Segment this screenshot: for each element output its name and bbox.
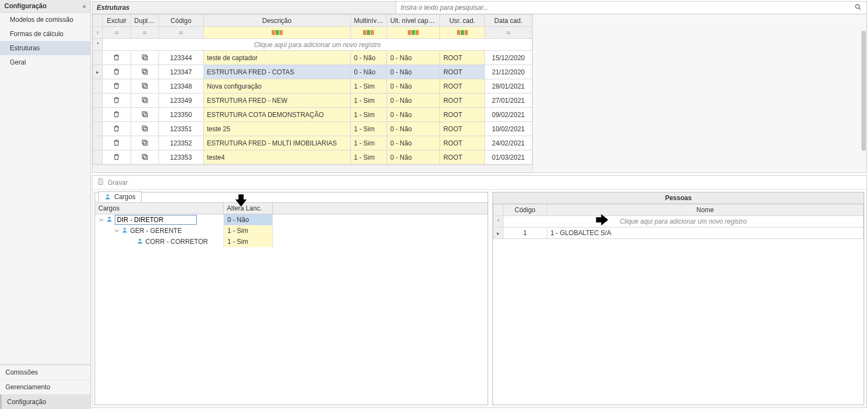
- cell-ultnivel[interactable]: 0 - Não: [387, 65, 440, 79]
- delete-button[interactable]: [103, 51, 131, 65]
- grid-footer-strip: [92, 165, 532, 172]
- pessoas-new-row[interactable]: * Clique aqui para adicionar um novo reg…: [494, 216, 864, 227]
- pessoas-row[interactable]: ▸11 - GLOBALTEC S/A: [494, 227, 864, 239]
- filter-excluir[interactable]: =: [103, 27, 131, 39]
- cell-multiniveis[interactable]: 1 - Sim: [350, 150, 386, 165]
- delete-button[interactable]: [103, 108, 131, 122]
- sidebar-group-gerenciamento[interactable]: Gerenciamento: [0, 379, 90, 394]
- cargo-label-input[interactable]: [115, 215, 197, 225]
- cargos-col-altera[interactable]: Altera Lanc.: [224, 203, 273, 214]
- sidebar-group-comissoes[interactable]: Comissões: [0, 365, 90, 379]
- table-row[interactable]: 123349ESTRUTURA FRED - NEW1 - Sim0 - Não…: [93, 94, 532, 108]
- duplicate-button[interactable]: [131, 65, 159, 79]
- cell-multiniveis[interactable]: 1 - Sim: [350, 79, 386, 94]
- col-datacad[interactable]: Data cad.: [485, 15, 532, 27]
- svg-rect-6: [143, 85, 147, 89]
- search-icon[interactable]: [852, 3, 864, 13]
- cell-ultnivel[interactable]: 0 - Não: [387, 150, 440, 165]
- pessoas-col-codigo[interactable]: Código: [503, 204, 547, 216]
- sidebar-item-estruturas[interactable]: Estruturas: [0, 41, 90, 55]
- cell-descricao[interactable]: ESTRUTURA COTA DEMONSTRAÇÃO: [203, 108, 350, 122]
- delete-button[interactable]: [103, 136, 131, 150]
- cell-descricao[interactable]: ESTRUTURA FRED - MULTI IMOBILIARIAS: [203, 136, 350, 150]
- expand-icon[interactable]: [98, 217, 104, 223]
- gravar-button[interactable]: Gravar: [108, 179, 128, 186]
- filter-usr[interactable]: [440, 27, 485, 39]
- sidebar-item-formas[interactable]: Formas de cálculo: [0, 27, 90, 41]
- filter-codigo[interactable]: =: [159, 27, 203, 39]
- filter-ult[interactable]: [387, 27, 440, 39]
- duplicate-button[interactable]: [131, 122, 159, 136]
- cell-descricao[interactable]: Nova configuração: [203, 79, 350, 94]
- cargos-tab[interactable]: Cargos: [98, 191, 142, 202]
- pessoas-col-nome[interactable]: Nome: [547, 204, 864, 216]
- duplicate-button[interactable]: [131, 51, 159, 65]
- cell-altera-lanc[interactable]: 1 - Sim: [224, 225, 273, 236]
- cell-descricao[interactable]: ESTRUTURA FRED - NEW: [203, 94, 350, 108]
- sidebar-collapse-icon[interactable]: «: [83, 3, 86, 9]
- cell-ultnivel[interactable]: 0 - Não: [387, 79, 440, 94]
- cell-descricao[interactable]: teste4: [203, 150, 350, 165]
- search-input[interactable]: [398, 2, 852, 13]
- cell-multiniveis[interactable]: 1 - Sim: [350, 122, 386, 136]
- delete-button[interactable]: [103, 79, 131, 94]
- cell-ultnivel[interactable]: 0 - Não: [387, 122, 440, 136]
- cell-multiniveis[interactable]: 0 - Não: [350, 65, 386, 79]
- filter-data[interactable]: =: [485, 27, 532, 39]
- cargos-col-cargos[interactable]: Cargos: [95, 203, 224, 214]
- cell-multiniveis[interactable]: 1 - Sim: [350, 136, 386, 150]
- filter-multi[interactable]: [350, 27, 386, 39]
- table-row[interactable]: ▸123347ESTRUTURA FRED - COTAS0 - Não0 - …: [93, 65, 532, 79]
- pessoas-new-row-text: Clique aqui para adicionar um novo regis…: [503, 216, 864, 227]
- cell-ultnivel[interactable]: 0 - Não: [387, 94, 440, 108]
- delete-button[interactable]: [103, 150, 131, 165]
- table-row[interactable]: 123353teste41 - Sim0 - NãoROOT01/03/2021: [93, 150, 532, 165]
- table-row[interactable]: 123350ESTRUTURA COTA DEMONSTRAÇÃO1 - Sim…: [93, 108, 532, 122]
- cell-descricao[interactable]: ESTRUTURA FRED - COTAS: [203, 65, 350, 79]
- delete-button[interactable]: [103, 65, 131, 79]
- col-descricao[interactable]: Descrição: [203, 15, 350, 27]
- table-row[interactable]: 123351teste 251 - Sim0 - NãoROOT10/02/20…: [93, 122, 532, 136]
- cell-multiniveis[interactable]: 1 - Sim: [350, 108, 386, 122]
- svg-rect-10: [143, 113, 147, 117]
- sidebar-group-configuracao[interactable]: Configuração: [0, 394, 90, 409]
- table-row[interactable]: 123344teste de captador0 - Não0 - NãoROO…: [93, 51, 532, 65]
- grid-new-row[interactable]: * Clique aqui para adicionar um novo reg…: [93, 39, 532, 51]
- sidebar-item-geral[interactable]: Geral: [0, 55, 90, 69]
- cell-multiniveis[interactable]: 1 - Sim: [350, 94, 386, 108]
- col-excluir[interactable]: Excluir: [103, 15, 131, 27]
- duplicate-button[interactable]: [131, 136, 159, 150]
- col-duplicar[interactable]: Duplicar: [131, 15, 159, 27]
- col-ultnivel[interactable]: Ult. nível captador: [387, 15, 440, 27]
- cargos-tree-row[interactable]: CORR - CORRETOR1 - Sim: [95, 236, 488, 247]
- cell-altera-lanc[interactable]: 1 - Sim: [224, 236, 273, 247]
- table-row[interactable]: 123352ESTRUTURA FRED - MULTI IMOBILIARIA…: [93, 136, 532, 150]
- delete-button[interactable]: [103, 122, 131, 136]
- cell-altera-lanc[interactable]: 0 - Não: [224, 214, 273, 225]
- cell-descricao[interactable]: teste de captador: [203, 51, 350, 65]
- cell-ultnivel[interactable]: 0 - Não: [387, 108, 440, 122]
- delete-button[interactable]: [103, 94, 131, 108]
- cell-codigo: 123349: [159, 94, 203, 108]
- expand-icon[interactable]: [114, 228, 119, 233]
- scrollbar-thumb[interactable]: [861, 31, 866, 151]
- filter-descricao[interactable]: [203, 27, 350, 39]
- cargos-tree-row[interactable]: 0 - Não: [95, 214, 488, 225]
- col-usrcad[interactable]: Usr. cad.: [440, 15, 485, 27]
- cell-descricao[interactable]: teste 25: [203, 122, 350, 136]
- duplicate-button[interactable]: [131, 79, 159, 94]
- table-row[interactable]: 123348Nova configuração1 - Sim0 - NãoROO…: [93, 79, 532, 94]
- person-icon: [104, 194, 111, 200]
- sidebar-item-modelos[interactable]: Modelos de comissão: [0, 13, 90, 27]
- col-codigo[interactable]: Código: [159, 15, 203, 27]
- cargos-tree-row[interactable]: GER - GERENTE1 - Sim: [95, 225, 488, 236]
- duplicate-button[interactable]: [131, 150, 159, 165]
- cell-ultnivel[interactable]: 0 - Não: [387, 51, 440, 65]
- cell-codigo: 123350: [159, 108, 203, 122]
- col-multiniveis[interactable]: Multiníveis: [350, 15, 386, 27]
- duplicate-button[interactable]: [131, 94, 159, 108]
- cell-ultnivel[interactable]: 0 - Não: [387, 136, 440, 150]
- cell-multiniveis[interactable]: 0 - Não: [350, 51, 386, 65]
- filter-duplicar[interactable]: =: [131, 27, 159, 39]
- duplicate-button[interactable]: [131, 108, 159, 122]
